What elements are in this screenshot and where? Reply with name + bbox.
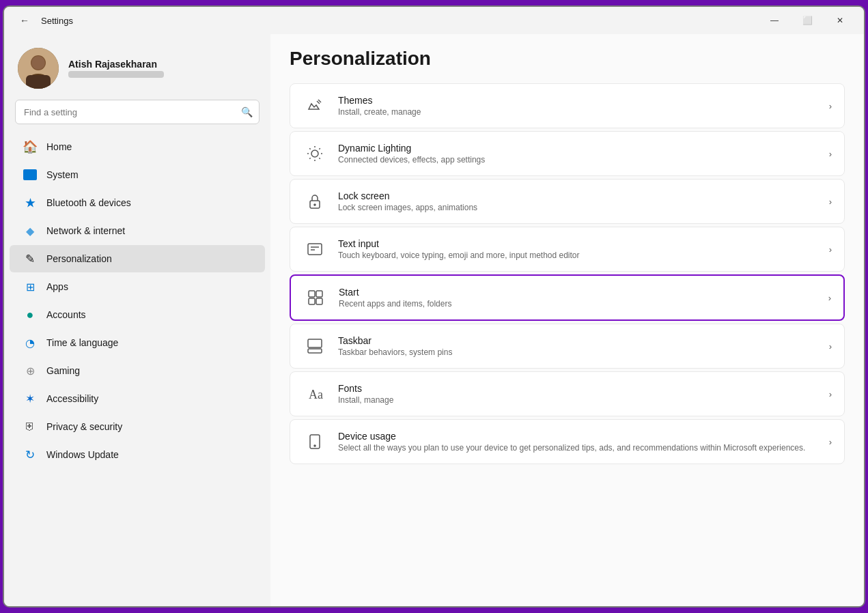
sidebar-item-label: System (46, 169, 79, 180)
nav-list: 🏠 Home System ★ Bluetooth & devices ◆ Ne… (4, 132, 270, 469)
sidebar-item-label: Apps (46, 281, 68, 292)
sidebar-item-label: Gaming (46, 365, 80, 376)
titlebar: ← Settings — ⬜ ✕ (4, 7, 864, 34)
sidebar-item-label: Bluetooth & devices (46, 197, 131, 208)
themes-icon (303, 94, 327, 118)
svg-rect-24 (308, 349, 322, 353)
fonts-icon: Aa (303, 382, 327, 406)
card-text-input[interactable]: Text input Touch keyboard, voice typing,… (290, 227, 845, 272)
text-input-icon (303, 237, 327, 261)
titlebar-title: Settings (41, 16, 73, 26)
sidebar-item-privacy[interactable]: ⛨ Privacy & security (10, 413, 265, 440)
sidebar-item-label: Accounts (46, 309, 86, 320)
gaming-icon: ⊕ (23, 364, 37, 377)
card-start[interactable]: Start Recent apps and items, folders › (290, 274, 845, 321)
sidebar-item-label: Network & internet (46, 225, 125, 236)
svg-line-14 (319, 148, 320, 149)
card-dynamic-lighting[interactable]: Dynamic Lighting Connected devices, effe… (290, 131, 845, 176)
card-title-lock-screen: Lock screen (338, 190, 818, 201)
card-title-text-input: Text input (338, 238, 818, 249)
sidebar-item-accounts[interactable]: ● Accounts (10, 301, 265, 328)
home-icon: 🏠 (23, 140, 37, 154)
privacy-icon: ⛨ (23, 420, 37, 433)
titlebar-controls: — ⬜ ✕ (759, 10, 856, 31)
svg-point-3 (31, 56, 45, 70)
chevron-right-icon: › (829, 437, 832, 447)
content-area: Personalization Themes Install, create, … (270, 34, 864, 606)
device-usage-icon (303, 429, 327, 454)
card-title-themes: Themes (338, 95, 818, 106)
svg-text:Aa: Aa (309, 388, 323, 401)
chevron-right-icon: › (829, 197, 832, 207)
close-button[interactable]: ✕ (824, 10, 856, 31)
sidebar: Atish Rajasekharan 🔍 🏠 Home System ★ Blu… (4, 34, 270, 606)
card-subtitle-dynamic-lighting: Connected devices, effects, app settings (338, 155, 818, 165)
card-themes[interactable]: Themes Install, create, manage › (290, 83, 845, 128)
dynamic-lighting-icon (303, 141, 327, 166)
bluetooth-icon: ★ (23, 196, 37, 210)
minimize-button[interactable]: — (759, 10, 790, 31)
sidebar-item-bluetooth[interactable]: ★ Bluetooth & devices (10, 189, 265, 216)
sidebar-item-label: Windows Update (46, 449, 119, 460)
user-profile[interactable]: Atish Rajasekharan (4, 34, 270, 100)
page-title: Personalization (290, 48, 845, 70)
maximize-button[interactable]: ⬜ (792, 10, 823, 31)
chevron-right-icon: › (829, 101, 832, 111)
card-subtitle-taskbar: Taskbar behaviors, system pins (338, 347, 818, 357)
card-subtitle-device-usage: Select all the ways you plan to use your… (338, 443, 818, 453)
card-subtitle-lock-screen: Lock screen images, apps, animations (338, 203, 818, 212)
card-title-start: Start (339, 287, 817, 298)
cards-list: Themes Install, create, manage › Dynamic… (290, 83, 845, 464)
svg-point-28 (314, 445, 316, 446)
time-icon: ◔ (23, 336, 37, 350)
svg-rect-21 (316, 291, 322, 297)
card-title-device-usage: Device usage (338, 431, 818, 442)
sidebar-item-label: Accessibility (46, 393, 98, 404)
sidebar-item-personalization[interactable]: ✎ Personalization (10, 245, 265, 272)
user-name: Atish Rajasekharan (68, 59, 164, 70)
taskbar-icon (303, 334, 327, 358)
svg-rect-25 (308, 339, 322, 347)
start-icon (303, 285, 328, 310)
sidebar-item-time[interactable]: ◔ Time & language (10, 329, 265, 356)
user-email (68, 71, 164, 78)
card-title-fonts: Fonts (338, 383, 818, 394)
avatar (18, 48, 59, 89)
sidebar-item-apps[interactable]: ⊞ Apps (10, 273, 265, 300)
card-subtitle-fonts: Install, manage (338, 395, 818, 405)
sidebar-item-system[interactable]: System (10, 161, 265, 188)
search-input[interactable] (15, 100, 260, 124)
sidebar-item-network[interactable]: ◆ Network & internet (10, 217, 265, 244)
card-lock-screen[interactable]: Lock screen Lock screen images, apps, an… (290, 179, 845, 224)
sidebar-item-gaming[interactable]: ⊕ Gaming (10, 357, 265, 384)
svg-point-6 (311, 150, 318, 157)
svg-line-9 (309, 148, 310, 149)
card-subtitle-start: Recent apps and items, folders (339, 299, 817, 309)
lock-screen-icon (303, 189, 327, 214)
svg-point-16 (314, 204, 316, 205)
accounts-icon: ● (23, 308, 37, 322)
card-device-usage[interactable]: Device usage Select all the ways you pla… (290, 419, 845, 464)
sidebar-item-label: Personalization (46, 253, 112, 264)
back-button[interactable]: ← (15, 11, 34, 30)
sidebar-item-label: Privacy & security (46, 421, 122, 432)
update-icon: ↻ (23, 448, 37, 461)
accessibility-icon: ✶ (23, 392, 37, 405)
chevron-right-icon: › (828, 293, 831, 303)
chevron-right-icon: › (829, 149, 832, 159)
user-info: Atish Rajasekharan (68, 59, 164, 78)
card-taskbar[interactable]: Taskbar Taskbar behaviors, system pins › (290, 324, 845, 369)
chevron-right-icon: › (829, 389, 832, 399)
card-fonts[interactable]: Aa Fonts Install, manage › (290, 371, 845, 416)
card-title-dynamic-lighting: Dynamic Lighting (338, 143, 818, 154)
svg-rect-4 (26, 75, 51, 89)
personalization-icon: ✎ (23, 252, 37, 266)
sidebar-item-update[interactable]: ↻ Windows Update (10, 441, 265, 468)
sidebar-item-home[interactable]: 🏠 Home (10, 133, 265, 160)
network-icon: ◆ (23, 224, 37, 238)
sidebar-item-accessibility[interactable]: ✶ Accessibility (10, 385, 265, 412)
svg-rect-22 (309, 298, 315, 304)
main-content: Atish Rajasekharan 🔍 🏠 Home System ★ Blu… (4, 34, 864, 606)
svg-rect-17 (308, 244, 322, 255)
chevron-right-icon: › (829, 341, 832, 352)
